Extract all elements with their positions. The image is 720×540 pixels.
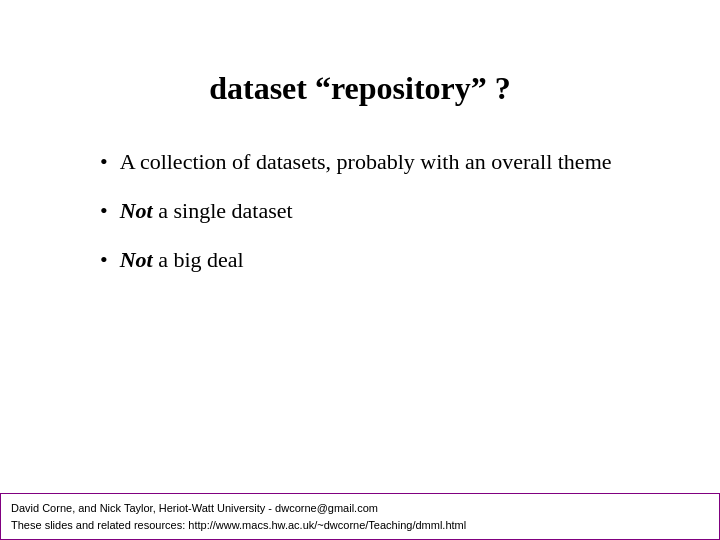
bullet-item-2: • Not a single dataset — [100, 196, 660, 227]
slide-title: dataset “repository” ? — [209, 70, 511, 106]
bullet-text-3: Not a big deal — [120, 245, 244, 276]
bullet-text-1: A collection of datasets, probably with … — [120, 147, 612, 178]
not-label-3: Not — [120, 247, 153, 272]
not-label-2: Not — [120, 198, 153, 223]
content-area: • A collection of datasets, probably wit… — [60, 147, 660, 540]
bullet-dot-3: • — [100, 245, 108, 276]
bullet-item-3: • Not a big deal — [100, 245, 660, 276]
bullet-text-2: Not a single dataset — [120, 196, 293, 227]
footer: David Corne, and Nick Taylor, Heriot-Wat… — [0, 493, 720, 540]
footer-line1: David Corne, and Nick Taylor, Heriot-Wat… — [11, 500, 709, 517]
bullet-item-1: • A collection of datasets, probably wit… — [100, 147, 660, 178]
footer-line2: These slides and related resources: http… — [11, 517, 709, 534]
bullet-dot-1: • — [100, 147, 108, 178]
slide-container: dataset “repository” ? • A collection of… — [0, 0, 720, 540]
title-area: dataset “repository” ? — [60, 70, 660, 107]
bullet-dot-2: • — [100, 196, 108, 227]
